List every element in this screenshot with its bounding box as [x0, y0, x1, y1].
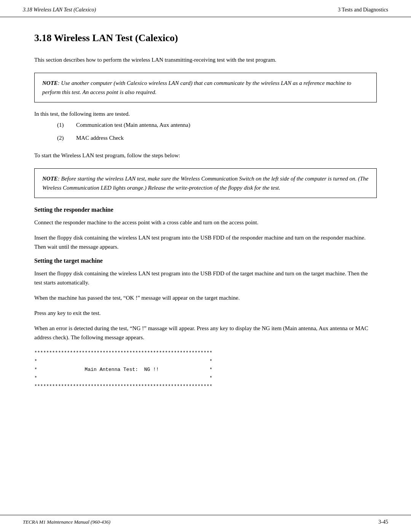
section1-para2: Insert the floppy disk containing the wi…: [34, 233, 377, 251]
footer-left: TECRA M1 Maintenance Manual (960-436): [23, 519, 110, 525]
item-num-1: (1): [57, 120, 68, 129]
section1-heading: Setting the responder machine: [34, 206, 377, 213]
page-header: 3.18 Wireless LAN Test (Calexico) 3 Test…: [0, 0, 411, 17]
section2-para1: Insert the floppy disk containing the wi…: [34, 269, 377, 287]
note2-bold: NOTE: [42, 176, 58, 182]
page-title: 3.18 Wireless LAN Test (Calexico): [34, 32, 377, 44]
section2-para3: Press any key to exit the test.: [34, 308, 377, 318]
section2-para2: When the machine has passed the test, “O…: [34, 293, 377, 302]
footer-right: 3-45: [378, 519, 388, 525]
note-box-1: NOTE: Use another computer (with Calexic…: [34, 73, 377, 102]
section1-para1: Connect the responder machine to the acc…: [34, 218, 377, 227]
list-item: (1) Communication test (Main antenna, Au…: [57, 120, 377, 129]
section2-heading: Setting the target machine: [34, 257, 377, 264]
steps-text: To start the Wireless LAN test program, …: [34, 151, 377, 160]
page: 3.18 Wireless LAN Test (Calexico) 3 Test…: [0, 0, 411, 532]
items-intro: In this test, the following items are te…: [34, 111, 377, 117]
note1-text: : Use another computer (with Calexico wi…: [42, 80, 351, 95]
note-box-2: NOTE: Before starting the wireless LAN t…: [34, 168, 377, 198]
header-right: 3 Tests and Diagnostics: [338, 7, 388, 13]
main-content: 3.18 Wireless LAN Test (Calexico) This s…: [0, 17, 411, 515]
intro-paragraph: This section describes how to perform th…: [34, 55, 377, 64]
item-text-2: MAC address Check: [76, 133, 124, 142]
item-text-1: Communication test (Main antenna, Aux an…: [76, 120, 190, 129]
note1-bold: NOTE: [42, 80, 58, 86]
items-list: (1) Communication test (Main antenna, Au…: [57, 120, 377, 142]
list-item: (2) MAC address Check: [57, 133, 377, 142]
code-block: ****************************************…: [34, 349, 377, 391]
page-footer: TECRA M1 Maintenance Manual (960-436) 3-…: [0, 515, 411, 532]
note2-text: : Before starting the wireless LAN test,…: [42, 176, 368, 191]
item-num-2: (2): [57, 133, 68, 142]
header-left: 3.18 Wireless LAN Test (Calexico): [23, 7, 96, 13]
section2-para4: When an error is detected during the tes…: [34, 324, 377, 342]
